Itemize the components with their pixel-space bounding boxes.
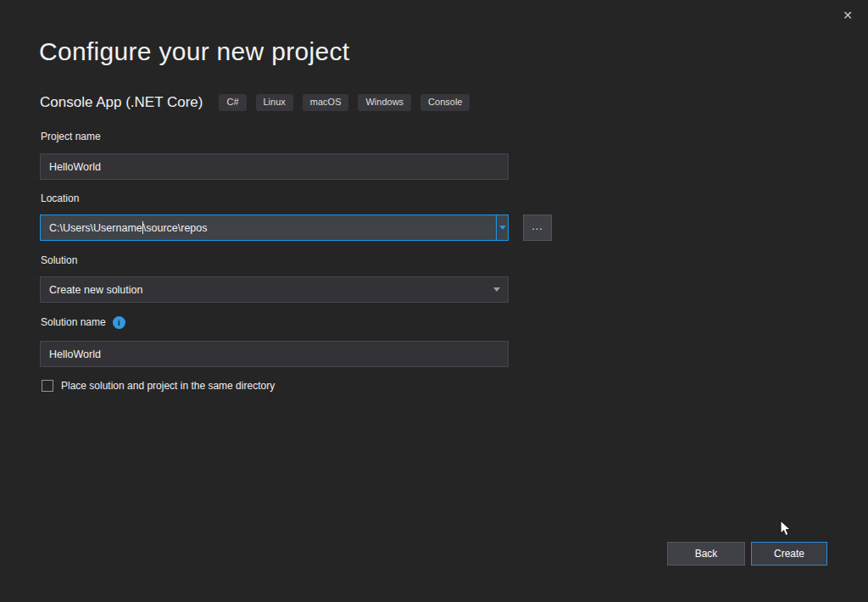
close-icon: ✕ <box>843 8 853 22</box>
template-tag-language: C# <box>219 94 246 111</box>
solution-selected-value: Create new solution <box>49 284 142 296</box>
solution-name-label: Solution name <box>41 316 106 328</box>
back-button-label: Back <box>695 548 718 560</box>
template-row: Console App (.NET Core) C# Linux macOS W… <box>40 92 470 114</box>
configure-project-dialog: { "window": { "close_icon": "✕" }, "head… <box>0 0 868 602</box>
location-dropdown-button[interactable] <box>496 215 508 240</box>
close-button[interactable]: ✕ <box>836 5 860 25</box>
same-directory-checkbox[interactable] <box>42 380 53 392</box>
mouse-cursor <box>780 520 792 541</box>
create-button[interactable]: Create <box>751 542 827 566</box>
location-label: Location <box>41 192 79 204</box>
info-icon-glyph: i <box>118 316 120 329</box>
back-button[interactable]: Back <box>667 542 745 566</box>
same-directory-label: Place solution and project in the same d… <box>61 380 275 392</box>
info-icon[interactable]: i <box>113 316 125 329</box>
chevron-down-icon <box>499 226 506 230</box>
same-directory-row: Place solution and project in the same d… <box>42 378 275 393</box>
location-input[interactable]: C:\Users\Username\source\repos <box>40 215 509 241</box>
template-tag-console: Console <box>420 94 470 111</box>
project-name-value: HelloWorld <box>49 161 101 173</box>
template-tag-macos: macOS <box>303 94 349 111</box>
solution-label: Solution <box>41 254 77 266</box>
location-value-after-caret: \source\repos <box>143 222 208 234</box>
solution-select[interactable]: Create new solution <box>40 276 509 303</box>
browse-button[interactable]: ... <box>523 215 552 241</box>
project-name-label: Project name <box>41 131 101 142</box>
chevron-down-icon <box>493 287 500 292</box>
solution-name-value: HelloWorld <box>49 348 101 360</box>
cursor-arrow-icon <box>780 520 792 538</box>
template-name: Console App (.NET Core) <box>40 94 203 111</box>
template-tag-windows: Windows <box>358 94 411 111</box>
template-tag-linux: Linux <box>256 94 293 111</box>
page-title: Configure your new project <box>39 37 349 66</box>
solution-selected-value-wrap: Create new solution <box>41 284 493 296</box>
location-value-wrap[interactable]: C:\Users\Username\source\repos <box>41 215 496 240</box>
ellipsis-icon: ... <box>531 220 542 232</box>
solution-name-input[interactable]: HelloWorld <box>40 341 509 367</box>
solution-name-label-row: Solution name i <box>41 315 125 330</box>
project-name-input[interactable]: HelloWorld <box>40 153 509 180</box>
create-button-label: Create <box>774 548 804 560</box>
location-value-before-caret: C:\Users\Username <box>49 222 142 234</box>
